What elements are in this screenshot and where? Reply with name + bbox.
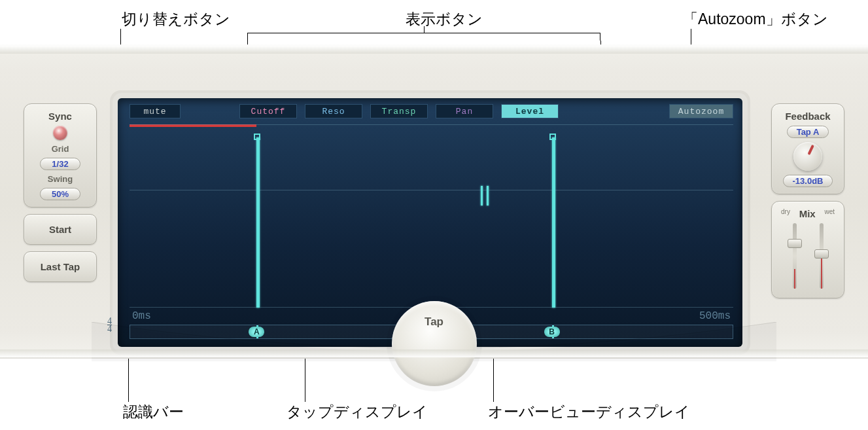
tap-pad[interactable]: Tap bbox=[392, 301, 477, 386]
view-reso-button[interactable]: Reso bbox=[305, 104, 362, 118]
start-button[interactable]: Start bbox=[24, 214, 97, 245]
tap-b-bar[interactable] bbox=[552, 137, 555, 308]
callout-tapdisplay: タップディスプレイ bbox=[286, 402, 428, 422]
axis-start: 0ms bbox=[132, 310, 151, 322]
tap-b-handle[interactable] bbox=[549, 134, 556, 140]
mix-label: Mix bbox=[799, 208, 816, 219]
callout-autozoom: 「Autozoom」ボタン bbox=[683, 9, 828, 29]
wet-label: wet bbox=[824, 208, 835, 219]
sync-group: Sync Grid 1/32 Swing 50% bbox=[24, 103, 97, 207]
callout-view: 表示ボタン bbox=[406, 9, 483, 29]
left-panel: Sync Grid 1/32 Swing 50% Start Last Tap bbox=[24, 103, 97, 282]
dry-label: dry bbox=[781, 208, 790, 219]
grid-value[interactable]: 1/32 bbox=[40, 158, 80, 170]
callout-line bbox=[424, 26, 425, 33]
feedback-knob[interactable] bbox=[793, 142, 822, 171]
sync-led[interactable] bbox=[53, 126, 67, 140]
feedback-group: Feedback Tap A -13.0dB bbox=[771, 103, 844, 194]
view-level-button[interactable]: Level bbox=[501, 104, 559, 118]
callout-bracket bbox=[247, 33, 600, 41]
right-panel: Feedback Tap A -13.0dB dry Mix wet bbox=[771, 103, 844, 298]
tap-chart[interactable]: 0ms 500ms bbox=[130, 124, 733, 323]
grid-label: Grid bbox=[52, 144, 69, 154]
mix-group: dry Mix wet bbox=[771, 201, 844, 298]
tap-a-handle[interactable] bbox=[254, 134, 260, 140]
view-pan-button[interactable]: Pan bbox=[436, 104, 493, 118]
callout-toggle: 切り替えボタン bbox=[122, 9, 230, 29]
swing-value[interactable]: 50% bbox=[40, 188, 80, 200]
device-body: Sync Grid 1/32 Swing 50% Start Last Tap … bbox=[0, 45, 868, 359]
view-transp-button[interactable]: Transp bbox=[370, 104, 428, 118]
axis-end: 500ms bbox=[699, 310, 731, 322]
wet-slider-thumb[interactable] bbox=[814, 249, 829, 259]
feedback-tap-select[interactable]: Tap A bbox=[787, 126, 829, 138]
dry-slider[interactable] bbox=[793, 223, 797, 289]
tap-a-bar[interactable] bbox=[256, 137, 260, 308]
callout-idbar: 認識バー bbox=[123, 402, 184, 422]
callout-overview: オーバービューディスプレイ bbox=[488, 402, 690, 422]
lasttap-button[interactable]: Last Tap bbox=[24, 251, 97, 282]
feedback-gain[interactable]: -13.0dB bbox=[783, 175, 833, 187]
dry-slider-thumb[interactable] bbox=[788, 239, 802, 248]
overview-tick bbox=[487, 186, 489, 206]
view-cutoff-button[interactable]: Cutoff bbox=[239, 104, 297, 118]
feedback-label: Feedback bbox=[785, 111, 830, 122]
overview-tick bbox=[481, 186, 483, 206]
mute-toggle[interactable]: mute bbox=[130, 104, 181, 118]
autozoom-button[interactable]: Autozoom bbox=[669, 104, 733, 118]
sync-label: Sync bbox=[48, 111, 72, 122]
swing-label: Swing bbox=[48, 174, 73, 184]
display-button-row: mute Cutoff Reso Transp Pan Level Autozo… bbox=[118, 103, 742, 119]
wet-slider[interactable] bbox=[820, 223, 824, 289]
